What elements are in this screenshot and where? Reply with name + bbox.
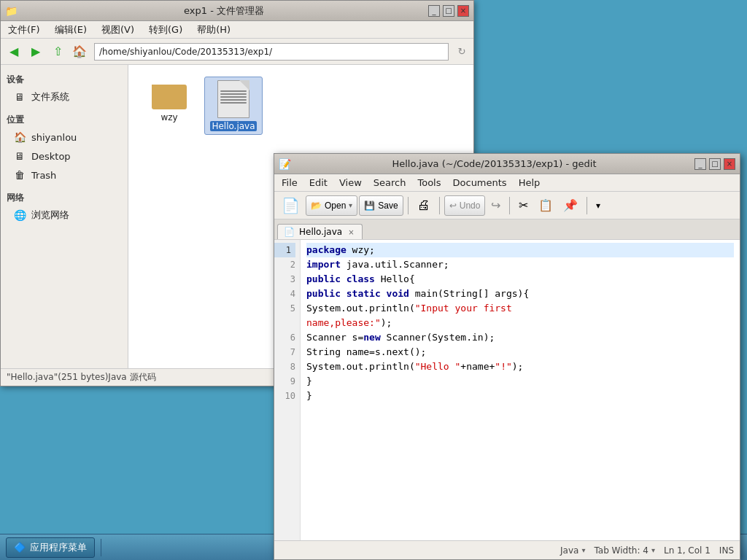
language-selector[interactable]: Java ▾ bbox=[560, 545, 585, 556]
sidebar-item-trash[interactable]: 🗑 Trash bbox=[1, 166, 128, 184]
code-line-1: package wzy; bbox=[306, 243, 734, 257]
file-manager-menubar: 文件(F) 编辑(E) 视图(V) 转到(G) 帮助(H) bbox=[1, 21, 473, 39]
gedit-menu-edit[interactable]: Edit bbox=[305, 176, 332, 190]
line-number-7: 7 bbox=[290, 345, 295, 359]
language-label: Java bbox=[560, 545, 578, 556]
back-button[interactable]: ◀ bbox=[4, 42, 24, 62]
tab-label: Hello.java bbox=[299, 227, 342, 237]
close-button[interactable]: × bbox=[457, 5, 469, 17]
code-area: 1 2 3 4 5 6 7 8 9 10 package wzy;import … bbox=[274, 240, 740, 540]
undo-button[interactable]: ↩ Undo bbox=[444, 195, 486, 216]
start-icon: 🔷 bbox=[14, 542, 26, 553]
desktop-icon: 🖥 bbox=[12, 149, 27, 163]
maximize-button[interactable]: □ bbox=[443, 5, 454, 17]
gedit-menu-tools[interactable]: Tools bbox=[413, 176, 445, 190]
status-text: "Hello.java"(251 bytes)Java 源代码 bbox=[7, 371, 156, 384]
line-number-6b: 6 bbox=[290, 330, 295, 345]
sidebar-item-desktop[interactable]: 🖥 Desktop bbox=[1, 147, 128, 166]
gedit-maximize-button[interactable]: □ bbox=[709, 158, 721, 170]
gedit-close-button[interactable]: × bbox=[724, 158, 735, 170]
gedit-menu-documents[interactable]: Documents bbox=[449, 176, 511, 190]
tab-width-selector[interactable]: Tab Width: 4 ▾ bbox=[594, 545, 655, 556]
tab-hellojava[interactable]: 📄 Hello.java × bbox=[277, 224, 363, 239]
file-manager-toolbar: ◀ ▶ ⇧ 🏠 /home/shiyanlou/Code/20135313/ex… bbox=[1, 39, 473, 65]
gedit-menu-search[interactable]: Search bbox=[369, 176, 411, 190]
line-number-6 bbox=[290, 316, 295, 330]
toolbar-separator-2 bbox=[439, 197, 440, 214]
taskbar-divider bbox=[101, 539, 101, 556]
gedit-tabs: 📄 Hello.java × bbox=[274, 219, 740, 240]
gedit-menu-help[interactable]: Help bbox=[514, 176, 545, 190]
toolbar-separator-4 bbox=[587, 197, 587, 214]
undo-icon: ↩ bbox=[449, 201, 457, 211]
save-button[interactable]: 💾 Save bbox=[359, 195, 403, 216]
menu-view[interactable]: 视图(V) bbox=[97, 22, 139, 38]
menu-goto[interactable]: 转到(G) bbox=[144, 22, 187, 38]
gedit-titlebar: 📝 Hello.java (~/Code/20135313/exp1) - ge… bbox=[274, 154, 740, 174]
sidebar-section-devices: 设备 bbox=[1, 71, 128, 88]
line-number-4: 4 bbox=[290, 287, 295, 301]
tabwidth-dropdown-icon: ▾ bbox=[651, 546, 655, 554]
up-button[interactable]: ⇧ bbox=[47, 42, 68, 62]
minimize-button[interactable]: _ bbox=[428, 5, 440, 17]
code-line-4: public static void main(String[] args){ bbox=[306, 287, 734, 301]
sidebar-item-label: 浏览网络 bbox=[31, 209, 69, 222]
code-line-7: String name=s.next(); bbox=[306, 345, 734, 359]
menu-file[interactable]: 文件(F) bbox=[4, 22, 44, 38]
home-button[interactable]: 🏠 bbox=[69, 42, 90, 62]
start-menu-button[interactable]: 🔷 应用程序菜单 bbox=[6, 537, 95, 558]
cut-button[interactable]: ✂ bbox=[514, 195, 533, 216]
file-manager-icon: 📁 bbox=[5, 5, 17, 17]
tab-close-button[interactable]: × bbox=[347, 228, 355, 236]
sidebar-item-label: shiyanlou bbox=[31, 132, 77, 143]
window-controls: _ □ × bbox=[428, 5, 469, 17]
gedit-minimize-button[interactable]: _ bbox=[694, 158, 706, 170]
forward-button[interactable]: ▶ bbox=[26, 42, 46, 62]
sidebar-section-network: 网络 bbox=[1, 189, 128, 206]
gedit-window: 📝 Hello.java (~/Code/20135313/exp1) - ge… bbox=[274, 153, 740, 560]
sidebar-item-label: Desktop bbox=[31, 151, 71, 162]
mode-label: INS bbox=[719, 545, 734, 556]
menu-edit[interactable]: 编辑(E) bbox=[50, 22, 91, 38]
redo-button[interactable]: ↪ bbox=[487, 195, 505, 216]
sidebar-item-label: Trash bbox=[31, 170, 56, 181]
line-number-3: 3 bbox=[290, 272, 295, 287]
gedit-menu-file[interactable]: File bbox=[277, 176, 302, 190]
code-line-6: Scanner s=new Scanner(System.in); bbox=[306, 330, 734, 345]
code-line-5b: name,please:"); bbox=[306, 316, 734, 330]
code-line-5a: System.out.println("Input your first bbox=[306, 301, 734, 316]
line-number-5: 5 bbox=[290, 301, 295, 316]
sidebar-section-places: 位置 bbox=[1, 111, 128, 128]
save-icon: 💾 bbox=[364, 201, 375, 211]
paste-button[interactable]: 📌 bbox=[559, 195, 582, 216]
file-item-hellojava[interactable]: Hello.java bbox=[204, 77, 263, 135]
code-content[interactable]: package wzy;import java.util.Scanner;pub… bbox=[301, 240, 740, 540]
file-item-wzy[interactable]: wzy bbox=[140, 77, 198, 135]
menu-help[interactable]: 帮助(H) bbox=[193, 22, 235, 38]
position-label: Ln 1, Col 1 bbox=[664, 545, 711, 556]
sidebar-item-shiyanlou[interactable]: 🏠 shiyanlou bbox=[1, 128, 128, 147]
insert-mode: INS bbox=[719, 545, 734, 556]
code-line-2: import java.util.Scanner; bbox=[306, 257, 734, 272]
copy-button[interactable]: 📋 bbox=[534, 195, 557, 216]
java-file-icon bbox=[217, 80, 249, 118]
sidebar-item-filesystem[interactable]: 🖥 文件系统 bbox=[1, 88, 128, 106]
sidebar-item-label: 文件系统 bbox=[31, 90, 69, 104]
open-button[interactable]: 📂 Open ▾ bbox=[306, 195, 357, 216]
print-button[interactable]: 🖨 bbox=[413, 195, 435, 216]
code-line-10: } bbox=[306, 389, 734, 403]
start-label: 应用程序菜单 bbox=[30, 541, 87, 554]
reload-button[interactable]: ↻ bbox=[453, 43, 471, 61]
more-button[interactable]: ▾ bbox=[592, 195, 605, 216]
gedit-menu-view[interactable]: View bbox=[335, 176, 366, 190]
address-bar[interactable]: /home/shiyanlou/Code/20135313/exp1/ bbox=[94, 43, 449, 61]
open-icon: 📂 bbox=[311, 201, 322, 211]
code-line-3: public class Hello{ bbox=[306, 272, 734, 287]
tab-width-label: Tab Width: 4 bbox=[594, 545, 648, 556]
new-button[interactable]: 📄 bbox=[277, 195, 304, 216]
toolbar-separator-3 bbox=[509, 197, 510, 214]
sidebar-item-browse-network[interactable]: 🌐 浏览网络 bbox=[1, 206, 128, 225]
file-label: Hello.java bbox=[210, 121, 256, 131]
gedit-title: Hello.java (~/Code/20135313/exp1) - gedi… bbox=[294, 158, 694, 169]
home-icon: 🏠 bbox=[12, 130, 27, 144]
